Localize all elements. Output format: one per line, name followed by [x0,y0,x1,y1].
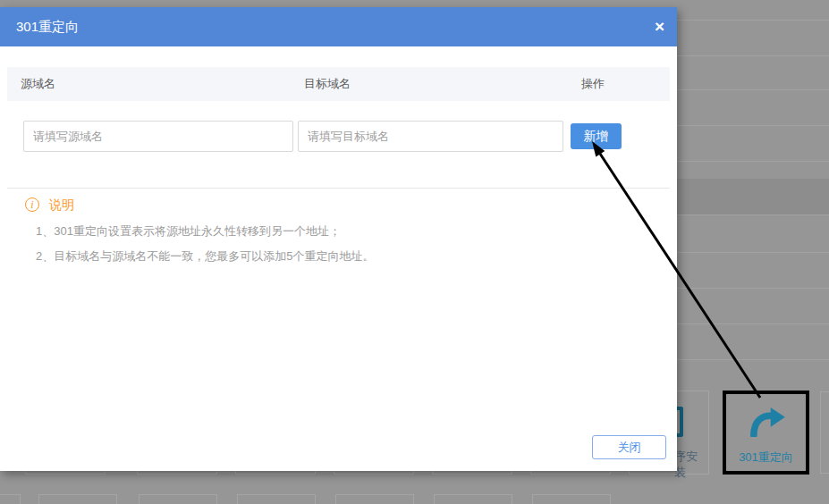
target-domain-input[interactable] [298,121,563,152]
dialog-header: 301重定向 × [0,7,677,46]
grid-tile [335,494,414,504]
close-icon[interactable]: × [655,7,664,46]
column-header-source-domain: 源域名 [21,67,55,101]
source-domain-input[interactable] [23,121,293,152]
close-button[interactable]: 关闭 [592,435,666,459]
install-tile-label: 序安装 [674,449,708,481]
grid-tile [820,391,829,474]
note-item: 2、目标域名与源域名不能一致，您最多可以添加5个重定向地址。 [36,248,374,265]
info-icon: i [25,197,39,212]
column-header-action: 操作 [581,67,605,101]
add-button[interactable]: 新增 [571,123,622,149]
grid-tile [434,494,512,504]
grid-tile-301-redirect[interactable]: 301重定向 [723,391,809,475]
redirect-arrow-icon [746,407,787,437]
grid-tile [237,494,316,504]
dialog-title: 301重定向 [16,7,79,46]
column-header-target-domain: 目标域名 [304,67,351,101]
note-item: 1、301重定向设置表示将源地址永久性转移到另一个地址； [36,223,341,239]
screen: 序安装 301重定向 301重定向 × 源域名 目标域名 操作 新增 [0,0,829,504]
notes-title: 说明 [49,197,74,214]
table-header-row: 源域名 目标域名 操作 [7,67,670,101]
grid-tile [0,494,21,504]
redirect-tile-label: 301重定向 [726,449,806,466]
grid-tile [139,494,217,504]
divider [7,188,670,189]
grid-tile [38,494,117,504]
grid-tile [532,494,611,504]
redirect-dialog: 301重定向 × 源域名 目标域名 操作 新增 i 说明 1、301重定向设置表… [0,7,677,471]
